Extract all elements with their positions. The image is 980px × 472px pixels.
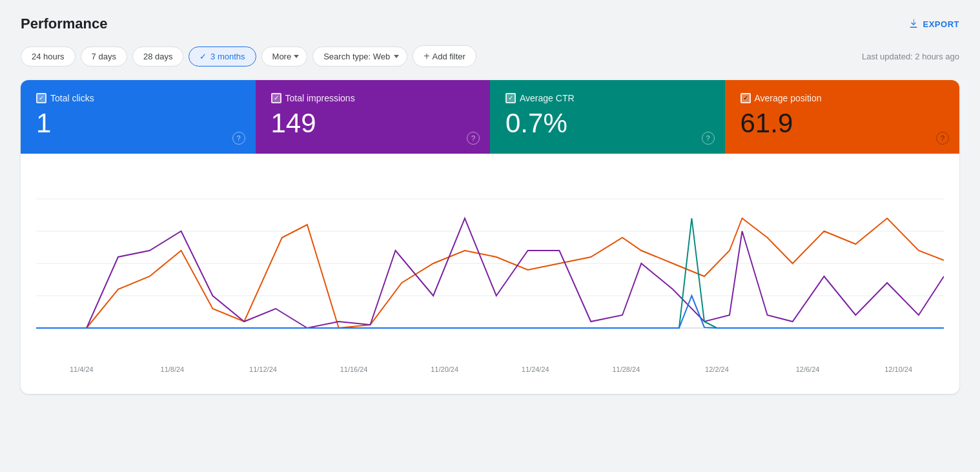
export-label: EXPORT [923, 19, 959, 29]
metric-checkbox-ctr: ✓ [505, 93, 516, 103]
metric-help-position[interactable]: ? [936, 132, 949, 145]
x-label-0: 11/4/24 [36, 365, 127, 373]
position-line [36, 218, 944, 328]
filter-controls: 24 hours 7 days 28 days ✓ 3 months More … [21, 45, 476, 67]
x-label-4: 11/20/24 [399, 365, 490, 373]
add-filter-label: Add filter [433, 52, 465, 61]
metric-value-impressions: 149 [271, 108, 475, 138]
checkbox-check-icon: ✓ [508, 95, 513, 101]
x-label-1: 11/8/24 [127, 365, 218, 373]
export-icon [908, 18, 919, 30]
metric-label-row: ✓ Average CTR [505, 93, 709, 103]
metrics-row: ✓ Total clicks 1 ? ✓ Total impressions 1… [21, 80, 959, 154]
plus-icon: + [424, 50, 429, 62]
header: Performance EXPORT [21, 15, 959, 32]
metric-average-ctr[interactable]: ✓ Average CTR 0.7% ? [490, 80, 725, 154]
checkbox-check-icon: ✓ [743, 95, 748, 101]
export-button[interactable]: EXPORT [908, 18, 959, 30]
page-title: Performance [21, 15, 108, 32]
metric-label-clicks: Total clicks [50, 93, 94, 103]
metric-help-impressions[interactable]: ? [467, 132, 480, 145]
checkbox-check-icon: ✓ [39, 95, 44, 101]
last-updated-text: Last updated: 2 hours ago [862, 52, 959, 61]
x-label-7: 12/2/24 [671, 365, 762, 373]
x-axis-labels: 11/4/24 11/8/24 11/12/24 11/16/24 11/20/… [36, 360, 944, 373]
main-card: ✓ Total clicks 1 ? ✓ Total impressions 1… [21, 80, 959, 394]
search-type-filter[interactable]: Search type: Web [312, 46, 407, 67]
metric-checkbox-position: ✓ [740, 93, 751, 103]
metric-value-position: 61.9 [740, 108, 944, 138]
metric-value-clicks: 1 [36, 108, 240, 138]
metric-label-position: Average position [755, 93, 822, 103]
chevron-down-icon [294, 55, 299, 58]
x-label-8: 12/6/24 [762, 365, 853, 373]
checkbox-check-icon: ✓ [274, 95, 279, 101]
x-label-5: 11/24/24 [490, 365, 581, 373]
time-filter-3months[interactable]: ✓ 3 months [189, 46, 256, 67]
more-label: More [272, 52, 292, 61]
metric-label-ctr: Average CTR [520, 93, 575, 103]
metric-total-impressions[interactable]: ✓ Total impressions 149 ? [256, 80, 491, 154]
x-label-2: 11/12/24 [218, 365, 309, 373]
x-label-3: 11/16/24 [309, 365, 400, 373]
impressions-line [36, 218, 944, 328]
metric-label-row: ✓ Total impressions [271, 93, 475, 103]
x-label-9: 12/10/24 [853, 365, 944, 373]
metric-checkbox-clicks: ✓ [36, 93, 46, 103]
metric-label-row: ✓ Average position [740, 93, 944, 103]
metric-help-ctr[interactable]: ? [702, 132, 715, 145]
metric-label-row: ✓ Total clicks [36, 93, 240, 103]
time-filter-24h[interactable]: 24 hours [21, 46, 76, 67]
metric-label-impressions: Total impressions [285, 93, 355, 103]
performance-chart [36, 167, 944, 360]
metric-checkbox-impressions: ✓ [271, 93, 281, 103]
metric-total-clicks[interactable]: ✓ Total clicks 1 ? [21, 80, 256, 154]
search-type-label: Search type: Web [323, 52, 390, 61]
time-filter-more[interactable]: More [261, 46, 308, 67]
ctr-line [36, 218, 944, 328]
add-filter-button[interactable]: + Add filter [413, 45, 476, 67]
filter-row: 24 hours 7 days 28 days ✓ 3 months More … [21, 45, 959, 67]
chart-area: 11/4/24 11/8/24 11/12/24 11/16/24 11/20/… [21, 154, 959, 378]
chart-container [36, 167, 944, 360]
metric-value-ctr: 0.7% [505, 108, 709, 138]
metric-help-clicks[interactable]: ? [232, 132, 245, 145]
time-filter-28d[interactable]: 28 days [132, 46, 184, 67]
chevron-down-icon [394, 55, 399, 58]
check-icon: ✓ [199, 52, 207, 61]
metric-average-position[interactable]: ✓ Average position 61.9 ? [725, 80, 960, 154]
x-label-6: 11/28/24 [581, 365, 672, 373]
time-filter-7d[interactable]: 7 days [81, 46, 127, 67]
